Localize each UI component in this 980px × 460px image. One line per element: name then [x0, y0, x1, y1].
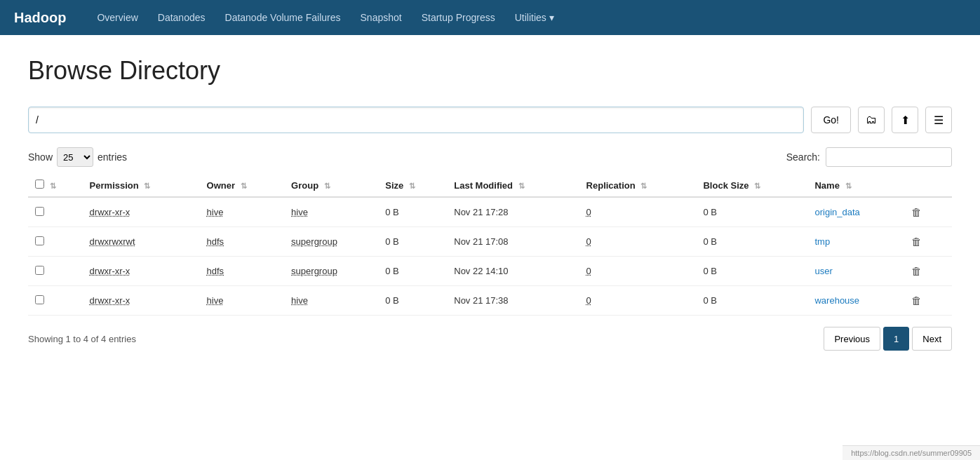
cell-permission-2: drwxr-xr-x — [83, 257, 200, 286]
path-bar: Go! 🗂 ⬆ ☰ — [28, 107, 952, 133]
permission-sort-icon: ⇅ — [144, 182, 150, 191]
cell-name-1: tmp — [807, 227, 900, 257]
cell-size-1: 0 B — [378, 227, 447, 257]
chevron-down-icon: ▾ — [549, 12, 554, 23]
col-block-size[interactable]: Block Size ⇅ — [696, 174, 807, 197]
col-owner[interactable]: Owner ⇅ — [200, 174, 285, 197]
folder-icon: 🗂 — [866, 114, 877, 126]
group-value-0[interactable]: hive — [291, 207, 308, 217]
path-input[interactable] — [28, 107, 804, 133]
table-header: ⇅ Permission ⇅ Owner ⇅ Group ⇅ Size ⇅ — [28, 174, 952, 197]
cell-last-modified-3: Nov 21 17:38 — [447, 286, 579, 316]
row-check-2[interactable] — [35, 266, 44, 275]
cell-action-0: 🗑 — [900, 197, 952, 227]
cell-last-modified-0: Nov 21 17:28 — [447, 197, 579, 227]
page-title: Browse Directory — [28, 56, 952, 86]
search-wrap: Search: — [786, 147, 952, 167]
replication-value-0: 0 — [586, 207, 591, 217]
row-checkbox-0 — [28, 197, 83, 227]
name-sort-icon: ⇅ — [845, 182, 852, 191]
utilities-label: Utilities — [515, 12, 546, 23]
table-body: drwxr-xr-x hive hive 0 B Nov 21 17:28 0 … — [28, 197, 952, 316]
owner-value-1[interactable]: hdfs — [207, 236, 224, 247]
delete-button-3[interactable]: 🗑 — [907, 293, 926, 308]
search-label: Search: — [786, 151, 820, 163]
list-icon: ☰ — [934, 114, 944, 127]
nav-overview[interactable]: Overview — [87, 0, 147, 35]
cell-replication-3: 0 — [579, 286, 697, 316]
pagination-wrap: Showing 1 to 4 of 4 entries Previous 1 N… — [28, 327, 952, 351]
entries-select[interactable]: 10 25 50 100 — [57, 147, 93, 167]
cell-replication-1: 0 — [579, 227, 697, 257]
cell-block-size-2: 0 B — [696, 257, 807, 286]
name-link-0[interactable]: origin_data — [814, 207, 859, 217]
table-row: drwxr-xr-x hdfs supergroup 0 B Nov 22 14… — [28, 257, 952, 286]
col-name[interactable]: Name ⇅ — [807, 174, 900, 197]
folder-icon-button[interactable]: 🗂 — [858, 107, 885, 133]
row-check-0[interactable] — [35, 207, 44, 216]
replication-value-3: 0 — [586, 295, 591, 306]
owner-sort-icon: ⇅ — [241, 182, 247, 191]
col-size[interactable]: Size ⇅ — [378, 174, 447, 197]
group-sort-icon: ⇅ — [324, 182, 330, 191]
next-button[interactable]: Next — [912, 327, 952, 351]
row-check-3[interactable] — [35, 295, 44, 304]
upload-icon-button[interactable]: ⬆ — [892, 107, 918, 133]
name-link-2[interactable]: user — [814, 266, 832, 276]
cell-size-0: 0 B — [378, 197, 447, 227]
delete-button-0[interactable]: 🗑 — [907, 205, 926, 219]
nav-datanode-volume-failures[interactable]: Datanode Volume Failures — [215, 0, 351, 35]
col-group[interactable]: Group ⇅ — [284, 174, 378, 197]
table-row: drwxr-xr-x hive hive 0 B Nov 21 17:28 0 … — [28, 197, 952, 227]
col-permission[interactable]: Permission ⇅ — [83, 174, 200, 197]
permission-value-2: drwxr-xr-x — [90, 266, 130, 276]
search-input[interactable] — [826, 147, 952, 167]
cell-permission-0: drwxr-xr-x — [83, 197, 200, 227]
permission-value-0: drwxr-xr-x — [90, 207, 130, 217]
col-action — [900, 174, 952, 197]
cell-group-1: supergroup — [284, 227, 378, 257]
cell-name-3: warehouse — [807, 286, 900, 316]
nav-utilities-button[interactable]: Utilities ▾ — [505, 12, 564, 23]
select-all-checkbox[interactable] — [35, 180, 44, 189]
group-value-2[interactable]: supergroup — [291, 266, 337, 276]
cell-action-3: 🗑 — [900, 286, 952, 316]
nav-utilities-wrap: Utilities ▾ — [505, 12, 564, 23]
owner-value-2[interactable]: hdfs — [207, 266, 224, 276]
cell-size-2: 0 B — [378, 257, 447, 286]
previous-button[interactable]: Previous — [824, 327, 880, 351]
name-link-1[interactable]: tmp — [814, 236, 830, 247]
col-replication[interactable]: Replication ⇅ — [579, 174, 697, 197]
cell-group-3: hive — [284, 286, 378, 316]
cell-name-2: user — [807, 257, 900, 286]
nav-startup-progress[interactable]: Startup Progress — [412, 0, 505, 35]
permission-value-3: drwxr-xr-x — [90, 295, 130, 306]
delete-button-2[interactable]: 🗑 — [907, 264, 926, 278]
cell-last-modified-2: Nov 22 14:10 — [447, 257, 579, 286]
col-checkbox: ⇅ — [28, 174, 83, 197]
nav-snapshot[interactable]: Snapshot — [351, 0, 412, 35]
owner-value-0[interactable]: hive — [207, 207, 224, 217]
row-check-1[interactable] — [35, 236, 44, 245]
upload-icon: ⬆ — [901, 114, 910, 127]
page-1-button[interactable]: 1 — [883, 327, 909, 351]
replication-sort-icon: ⇅ — [640, 182, 647, 191]
group-value-3[interactable]: hive — [291, 295, 308, 306]
delete-button-1[interactable]: 🗑 — [907, 234, 926, 249]
go-button[interactable]: Go! — [811, 107, 851, 133]
cell-action-1: 🗑 — [900, 227, 952, 257]
group-value-1[interactable]: supergroup — [291, 236, 337, 247]
nav-datanodes[interactable]: Datanodes — [148, 0, 215, 35]
cell-permission-3: drwxr-xr-x — [83, 286, 200, 316]
col-last-modified[interactable]: Last Modified ⇅ — [447, 174, 579, 197]
header-row: ⇅ Permission ⇅ Owner ⇅ Group ⇅ Size ⇅ — [28, 174, 952, 197]
show-label: Show — [28, 151, 53, 163]
show-entries-wrap: Show 10 25 50 100 entries — [28, 147, 127, 167]
name-link-3[interactable]: warehouse — [814, 295, 859, 306]
list-icon-button[interactable]: ☰ — [925, 107, 952, 133]
owner-value-3[interactable]: hive — [207, 295, 224, 306]
entries-suffix: entries — [98, 151, 127, 163]
cell-replication-2: 0 — [579, 257, 697, 286]
cell-replication-0: 0 — [579, 197, 697, 227]
cell-size-3: 0 B — [378, 286, 447, 316]
